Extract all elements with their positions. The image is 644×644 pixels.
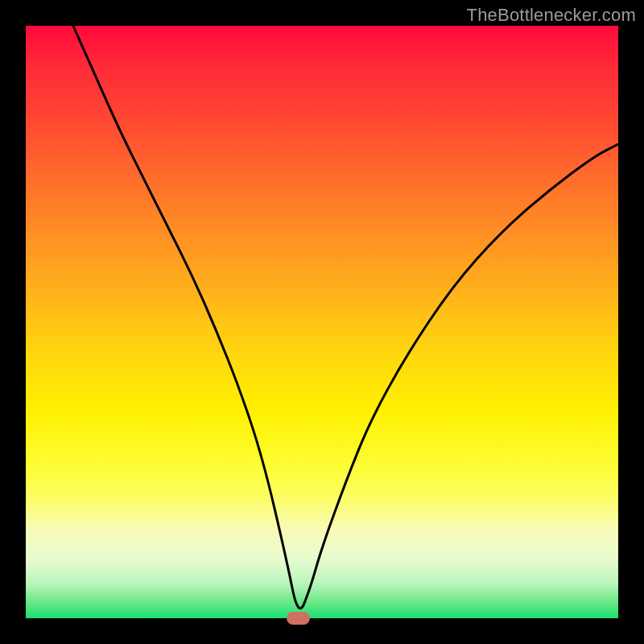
chart-frame: TheBottlenecker.com xyxy=(0,0,644,644)
plot-area xyxy=(26,26,618,618)
watermark-text: TheBottlenecker.com xyxy=(467,5,636,26)
bottleneck-curve xyxy=(26,26,618,618)
minimum-marker xyxy=(287,612,310,625)
curve-path xyxy=(73,26,618,609)
